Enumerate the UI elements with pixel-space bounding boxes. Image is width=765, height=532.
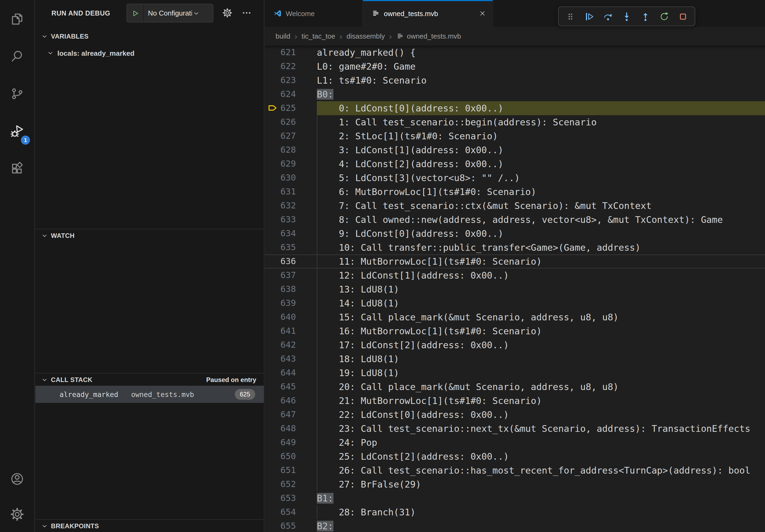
line-number[interactable]: 654	[265, 505, 296, 519]
debug-start-icon[interactable]	[127, 4, 144, 22]
code-line-646[interactable]: 646 21: MutBorrowLoc[1](ts#1#0: Scenario…	[265, 394, 765, 408]
line-number[interactable]: 627	[265, 129, 296, 143]
line-number[interactable]: 653	[265, 491, 296, 505]
line-number[interactable]: 626	[265, 115, 296, 129]
line-number[interactable]: 622	[265, 60, 296, 73]
line-number[interactable]: 641	[265, 324, 296, 338]
code-line-628[interactable]: 628 3: LdConst[1](address: 0x00..)	[265, 143, 765, 157]
code-line-631[interactable]: 631 6: MutBorrowLoc[1](ts#1#0: Scenario)	[265, 185, 765, 199]
code-line-653[interactable]: 653B1:	[265, 491, 765, 505]
line-number[interactable]: 651	[265, 463, 296, 477]
line-number[interactable]: 635	[265, 241, 296, 254]
activity-bar-item-explorer[interactable]	[0, 0, 34, 38]
code-line-640[interactable]: 640 15: Call place_mark(&mut Scenario, a…	[265, 310, 765, 324]
call-stack-frame[interactable]: already_markedowned_tests.mvb625	[35, 386, 264, 403]
code-line-649[interactable]: 649 24: Pop	[265, 435, 765, 449]
activity-bar-item-source-control[interactable]	[0, 75, 34, 113]
line-number[interactable]: 624	[265, 87, 296, 101]
debug-restart-button[interactable]	[659, 11, 670, 22]
line-number[interactable]: 649	[265, 435, 296, 449]
code-line-629[interactable]: 629 4: LdConst[2](address: 0x00..)	[265, 157, 765, 171]
activity-bar-item-run-and-debug[interactable]: 1	[0, 113, 34, 150]
debug-step-out-button[interactable]	[640, 11, 651, 22]
line-number[interactable]: 636	[265, 254, 296, 268]
code-line-654[interactable]: 654 28: Branch(31)	[265, 505, 765, 519]
code-line-650[interactable]: 650 25: LdConst[2](address: 0x00..)	[265, 449, 765, 463]
code-line-626[interactable]: 626 1: Call test_scenario::begin(address…	[265, 115, 765, 129]
line-number[interactable]: 628	[265, 143, 296, 157]
breadcrumb-item-owned_tests.mvb[interactable]: owned_tests.mvb	[396, 32, 461, 40]
code-line-625[interactable]: 625 0: LdConst[0](address: 0x00..)	[265, 101, 765, 115]
code-line-635[interactable]: 635 10: Call transfer::public_transfer<G…	[265, 241, 765, 254]
line-number[interactable]: 652	[265, 477, 296, 491]
code-line-642[interactable]: 642 17: LdConst[2](address: 0x00..)	[265, 338, 765, 352]
code-line-622[interactable]: 622L0: game#2#0: Game	[265, 60, 765, 73]
line-number[interactable]: 630	[265, 171, 296, 185]
line-number[interactable]: 629	[265, 157, 296, 171]
code-line-641[interactable]: 641 16: MutBorrowLoc[1](ts#1#0: Scenario…	[265, 324, 765, 338]
code-line-630[interactable]: 630 5: LdConst[3](vector<u8>: "" /..)	[265, 171, 765, 185]
code-line-652[interactable]: 652 27: BrFalse(29)	[265, 477, 765, 491]
code-line-623[interactable]: 623L1: ts#1#0: Scenario	[265, 73, 765, 87]
section-header-breakpoints[interactable]: BREAKPOINTS	[35, 519, 264, 532]
activity-bar-item-search[interactable]	[0, 38, 34, 75]
debug-settings-gear-icon[interactable]	[222, 8, 233, 18]
line-number[interactable]: 648	[265, 421, 296, 435]
close-icon[interactable]	[473, 10, 486, 17]
code-line-645[interactable]: 645 20: Call place_mark(&mut Scenario, a…	[265, 380, 765, 394]
code-line-636[interactable]: 636 11: MutBorrowLoc[1](ts#1#0: Scenario…	[265, 254, 765, 268]
line-number[interactable]: 640	[265, 310, 296, 324]
debug-continue-button[interactable]	[584, 11, 594, 22]
line-number[interactable]: 645	[265, 380, 296, 394]
code-line-639[interactable]: 639 14: LdU8(1)	[265, 296, 765, 310]
section-header-call-stack[interactable]: CALL STACK Paused on entry	[35, 373, 264, 386]
debug-configuration-dropdown[interactable]: No Configurations	[127, 4, 213, 23]
line-number[interactable]: 638	[265, 282, 296, 296]
code-line-651[interactable]: 651 26: Call test_scenario::has_most_rec…	[265, 463, 765, 477]
line-number[interactable]: 623	[265, 73, 296, 87]
line-number[interactable]: 647	[265, 408, 296, 421]
line-number[interactable]: 639	[265, 296, 296, 310]
line-number[interactable]: 633	[265, 213, 296, 227]
code-line-632[interactable]: 632 7: Call test_scenario::ctx(&mut Scen…	[265, 199, 765, 213]
tab-owned-tests-mvb[interactable]: owned_tests.mvb	[363, 0, 493, 27]
line-number[interactable]: 632	[265, 199, 296, 213]
code-line-621[interactable]: 621already_marked() {	[265, 46, 765, 60]
tab-welcome[interactable]: Welcome	[265, 0, 363, 27]
debug-step-over-button[interactable]	[602, 11, 613, 22]
activity-bar-item-accounts[interactable]	[0, 461, 34, 497]
debug-step-into-button[interactable]	[621, 11, 632, 22]
line-number[interactable]: 631	[265, 185, 296, 199]
breadcrumb-item-build[interactable]: build	[276, 32, 290, 40]
section-header-variables[interactable]: VARIABLES	[35, 30, 264, 43]
code-line-647[interactable]: 647 22: LdConst[0](address: 0x00..)	[265, 408, 765, 421]
code-line-633[interactable]: 633 8: Call owned::new(address, address,…	[265, 213, 765, 227]
more-actions-icon[interactable]	[241, 8, 252, 18]
line-number[interactable]: 643	[265, 352, 296, 366]
code-line-627[interactable]: 627 2: StLoc[1](ts#1#0: Scenario)	[265, 129, 765, 143]
debug-drag-handle[interactable]	[565, 11, 576, 22]
breadcrumb-item-tic_tac_toe[interactable]: tic_tac_toe	[302, 32, 335, 40]
line-number[interactable]: 650	[265, 449, 296, 463]
debug-stop-button[interactable]	[678, 11, 688, 22]
code-line-637[interactable]: 637 12: LdConst[1](address: 0x00..)	[265, 268, 765, 282]
code-line-655[interactable]: 655B2:	[265, 519, 765, 532]
line-number[interactable]: 634	[265, 227, 296, 241]
code-line-624[interactable]: 624B0:	[265, 87, 765, 101]
activity-bar-item-settings[interactable]	[0, 497, 34, 532]
line-number[interactable]: 637	[265, 268, 296, 282]
breadcrumb-item-disassembly[interactable]: disassembly	[347, 32, 385, 40]
code-line-643[interactable]: 643 18: LdU8(1)	[265, 352, 765, 366]
line-number[interactable]: 655	[265, 519, 296, 532]
line-number[interactable]: 642	[265, 338, 296, 352]
code-line-648[interactable]: 648 23: Call test_scenario::next_tx(&mut…	[265, 421, 765, 435]
variables-scope-locals[interactable]: locals: already_marked	[35, 46, 264, 60]
code-line-644[interactable]: 644 19: LdU8(1)	[265, 366, 765, 380]
line-number[interactable]: 646	[265, 394, 296, 408]
line-number[interactable]: 644	[265, 366, 296, 380]
code-line-638[interactable]: 638 13: LdU8(1)	[265, 282, 765, 296]
line-number[interactable]: 621	[265, 46, 296, 60]
section-header-watch[interactable]: WATCH	[35, 229, 264, 242]
activity-bar-item-extensions[interactable]	[0, 150, 34, 187]
code-line-634[interactable]: 634 9: LdConst[0](address: 0x00..)	[265, 227, 765, 241]
